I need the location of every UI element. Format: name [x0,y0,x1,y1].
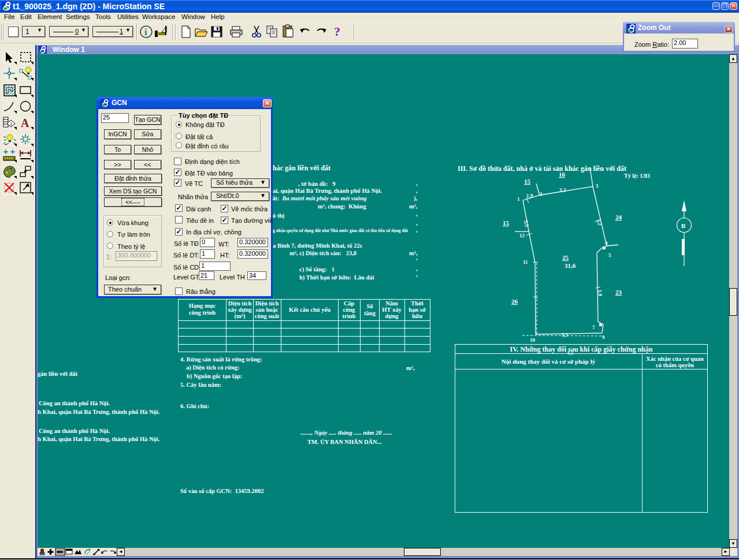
svg-text:2: 2 [540,191,543,197]
svg-text:1,9: 1,9 [526,193,533,199]
svg-text:hạn sở: hạn sở [409,307,426,313]
svg-text:1: 1 [10,121,13,126]
svg-text:B: B [681,222,686,229]
svg-text:Năm: Năm [385,300,398,307]
svg-text:trình: trình [343,313,356,319]
svg-text:1,9: 1,9 [597,289,603,297]
svg-text:10: 10 [530,337,536,343]
svg-text:3,2: 3,2 [559,187,566,193]
svg-text:công: công [343,307,356,313]
svg-text:Hạng mục: Hạng mục [189,303,216,309]
svg-text:dựng: dựng [385,313,399,319]
svg-text:hữu: hữu [412,313,422,319]
svg-text:3: 3 [596,183,599,189]
svg-text:Cấp: Cấp [344,300,355,307]
svg-text:23: 23 [615,289,622,296]
svg-text:11: 11 [523,259,528,265]
svg-text:1: 1 [517,196,520,202]
svg-text:HT xây: HT xây [382,307,402,313]
svg-text:A: A [21,117,29,129]
svg-text:tầng: tầng [364,310,376,316]
svg-text:Diện tích: Diện tích [228,300,252,307]
svg-text:5: 5 [608,252,611,258]
svg-text:15: 15 [524,178,531,185]
svg-text:4: 4 [605,240,608,246]
svg-text:9: 9 [602,334,605,340]
svg-text:Diện tích: Diện tích [255,300,279,307]
svg-text:16: 16 [559,171,566,178]
svg-text:31,6: 31,6 [565,262,576,269]
svg-text:xây dựng: xây dựng [228,307,252,313]
svg-text:công suất: công suất [255,313,280,319]
svg-text:26: 26 [511,298,518,305]
svg-text:5,5: 5,5 [523,220,530,227]
svg-text:Kết cấu chủ yếu: Kết cấu chủ yếu [289,307,330,313]
svg-text:5,5: 5,5 [562,332,569,338]
svg-text:7: 7 [592,324,595,330]
svg-text:Thời: Thời [411,300,424,307]
svg-text:Số: Số [366,303,373,309]
svg-text:12: 12 [519,233,525,238]
svg-text:sàn hoặc: sàn hoặc [256,307,278,313]
svg-text:(m²): (m²) [235,313,246,320]
svg-text:công trình: công trình [189,309,216,316]
svg-text:25: 25 [562,254,569,261]
svg-text:15: 15 [503,219,510,226]
svg-text:i: i [144,27,147,37]
svg-text:24: 24 [615,214,622,221]
